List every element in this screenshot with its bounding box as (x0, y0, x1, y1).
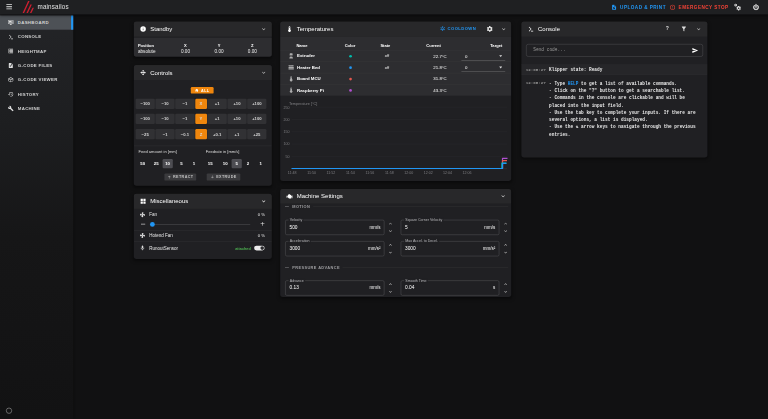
svg-text:150: 150 (284, 130, 290, 134)
svg-text:11:52: 11:52 (327, 171, 336, 175)
svg-text:200: 200 (284, 118, 290, 122)
svg-text:11:56: 11:56 (366, 171, 375, 175)
svg-text:250: 250 (284, 106, 290, 110)
svg-text:11:54: 11:54 (346, 171, 355, 175)
svg-text:100: 100 (284, 143, 290, 147)
svg-text:12:00: 12:00 (404, 171, 413, 175)
svg-text:12:02: 12:02 (424, 171, 433, 175)
svg-text:11:50: 11:50 (307, 171, 316, 175)
svg-text:12:06: 12:06 (463, 171, 472, 175)
svg-text:Temperature [°C]: Temperature [°C] (289, 102, 317, 106)
svg-text:11:58: 11:58 (385, 171, 394, 175)
svg-text:50: 50 (286, 155, 290, 159)
svg-text:11:48: 11:48 (288, 171, 297, 175)
svg-text:12:04: 12:04 (443, 171, 452, 175)
